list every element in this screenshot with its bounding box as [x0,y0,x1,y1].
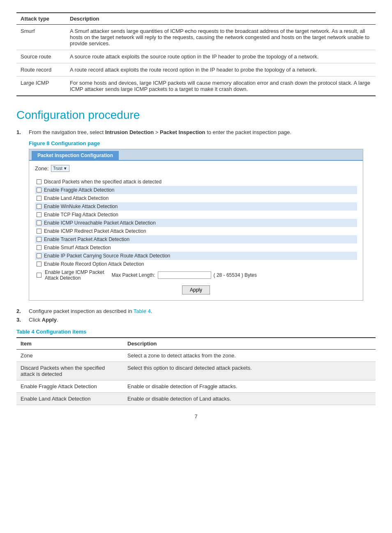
checkbox-label: Enable WinNuke Attack Detection [44,204,118,209]
checkbox-3[interactable] [37,204,42,209]
item-col-header: Item [16,338,123,350]
max-packet-input[interactable] [158,271,211,279]
config-item-cell: Enable Land Attack Detection [16,393,123,405]
large-icmp-row: Enable Large ICMP Packet Attack Detectio… [35,268,357,282]
checkbox-7[interactable] [37,237,42,242]
page-number: 7 [16,413,376,419]
checkbox-row: Enable TCP Flag Attack Detection [35,211,357,219]
config-desc-cell: Enable or disable detection of Land atta… [123,393,376,405]
attack-type-table: Attack type Description SmurfA Smurf att… [16,12,376,96]
zone-row: Zone: Trust ▼ [35,165,357,172]
large-icmp-checkbox[interactable] [37,273,42,278]
apply-button[interactable]: Apply [182,285,210,294]
checkbox-row: Enable Smurf Attack Detection [35,243,357,252]
checkbox-2[interactable] [37,196,42,201]
checkbox-label: Enable ICMP Redirect Packet Attack Detec… [44,228,146,234]
checkbox-row: Enable ICMP Unreachable Packet Attack De… [35,219,357,227]
zone-label: Zone: [35,165,48,171]
config-tab-bar: Packet Inspection Configuration [29,149,363,161]
checkbox-label: Enable Smurf Attack Detection [44,245,111,250]
step-2-num: 2. [16,308,25,314]
attack-type-cell: Route record [16,63,66,76]
checkbox-row: Enable WinNuke Attack Detection [35,202,357,211]
checkbox-row: Enable Tracert Packet Attack Detection [35,235,357,243]
table-row: ZoneSelect a zone to detect attacks from… [16,350,376,362]
table4-label: Table 4 Configuration items [16,329,376,335]
config-item-cell: Enable Fraggle Attack Detection [16,380,123,393]
max-packet-group: Max Packet Length: ( 28 - 65534 ) Bytes [112,271,257,279]
checkbox-label: Enable ICMP Unreachable Packet Attack De… [44,220,156,226]
table-row: Source routeA source route attack exploi… [16,50,376,63]
step-1-num: 1. [16,129,25,135]
config-desc-cell: Select this option to discard detected a… [123,362,376,380]
step-3-text: Click Apply. [29,317,58,323]
checkbox-5[interactable] [37,220,42,225]
step-3: 3. Click Apply. [16,317,376,323]
zone-select[interactable]: Trust ▼ [51,165,69,172]
checkbox-row: Discard Packets when the specified attac… [35,178,357,186]
attack-desc-cell: A Smurf attacker sends large quantities … [66,25,376,50]
table-row: Route recordA route record attack exploi… [16,63,376,76]
step-2: 2. Configure packet inspection as descri… [16,308,376,314]
zone-value: Trust [53,166,62,171]
checkbox-label: Discard Packets when the specified attac… [44,179,161,185]
config-desc-cell: Enable or disable detection of Fraggle a… [123,380,376,393]
config-items-table: Item Description ZoneSelect a zone to de… [16,337,376,405]
description-col-header: Description [66,13,376,25]
config-ui-mockup: Packet Inspection Configuration Zone: Tr… [29,149,363,301]
step-1: 1. From the navigation tree, select Intr… [16,129,376,135]
config-item-cell: Zone [16,350,123,362]
section-title: Configuration procedure [16,109,376,122]
config-body: Zone: Trust ▼ Discard Packets when the s… [29,161,363,300]
config-tab[interactable]: Packet Inspection Configuration [32,151,119,160]
table-row: SmurfA Smurf attacker sends large quanti… [16,25,376,50]
attack-type-col-header: Attack type [16,13,66,25]
checkbox-row: Enable ICMP Redirect Packet Attack Detec… [35,227,357,235]
checkbox-label: Enable Fraggle Attack Detection [44,187,114,193]
checkbox-row: Enable IP Packet Carrying Source Route A… [35,252,357,260]
step-1-text: From the navigation tree, select Intrusi… [29,129,291,135]
zone-dropdown-icon: ▼ [63,166,67,171]
step-2-text: Configure packet inspection as described… [29,308,152,314]
table4-link[interactable]: Table 4 [134,308,151,314]
attack-type-cell: Smurf [16,25,66,50]
attack-type-cell: Source route [16,50,66,63]
checkbox-1[interactable] [37,188,42,192]
checkbox-list: Discard Packets when the specified attac… [35,178,357,268]
checkbox-label: Enable TCP Flag Attack Detection [44,212,118,218]
checkbox-6[interactable] [37,229,42,234]
attack-desc-cell: A route record attack exploits the route… [66,63,376,76]
checkbox-0[interactable] [37,179,42,184]
attack-type-cell: Large ICMP [16,76,66,96]
table-row: Large ICMPFor some hosts and devices, la… [16,76,376,96]
config-item-cell: Discard Packets when the specified attac… [16,362,123,380]
checkbox-row: Enable Fraggle Attack Detection [35,186,357,194]
packet-range: ( 28 - 65534 ) Bytes [214,272,257,278]
table-row: Enable Fraggle Attack DetectionEnable or… [16,380,376,393]
table-row: Enable Land Attack DetectionEnable or di… [16,393,376,405]
apply-row: Apply [35,282,357,296]
checkbox-label: Enable Tracert Packet Attack Detection [44,236,129,242]
checkbox-row: Enable Land Attack Detection [35,194,357,202]
large-icmp-label: Enable Large ICMP Packet Attack Detectio… [45,269,104,281]
checkbox-4[interactable] [37,212,42,217]
desc-col-header: Description [123,338,376,350]
checkbox-label: Enable Land Attack Detection [44,195,108,201]
checkbox-label: Enable IP Packet Carrying Source Route A… [44,253,170,259]
step-3-num: 3. [16,317,25,323]
checkbox-8[interactable] [37,245,42,250]
attack-desc-cell: A source route attack exploits the sourc… [66,50,376,63]
figure-label: Figure 8 Configuration page [29,140,376,146]
checkbox-row: Enable Route Record Option Attack Detect… [35,260,357,268]
checkbox-10[interactable] [37,262,42,266]
config-desc-cell: Select a zone to detect attacks from the… [123,350,376,362]
checkbox-label: Enable Route Record Option Attack Detect… [44,261,144,267]
attack-desc-cell: For some hosts and devices, large ICMP p… [66,76,376,96]
max-packet-label: Max Packet Length: [112,272,155,278]
checkbox-9[interactable] [37,253,42,258]
table-row: Discard Packets when the specified attac… [16,362,376,380]
